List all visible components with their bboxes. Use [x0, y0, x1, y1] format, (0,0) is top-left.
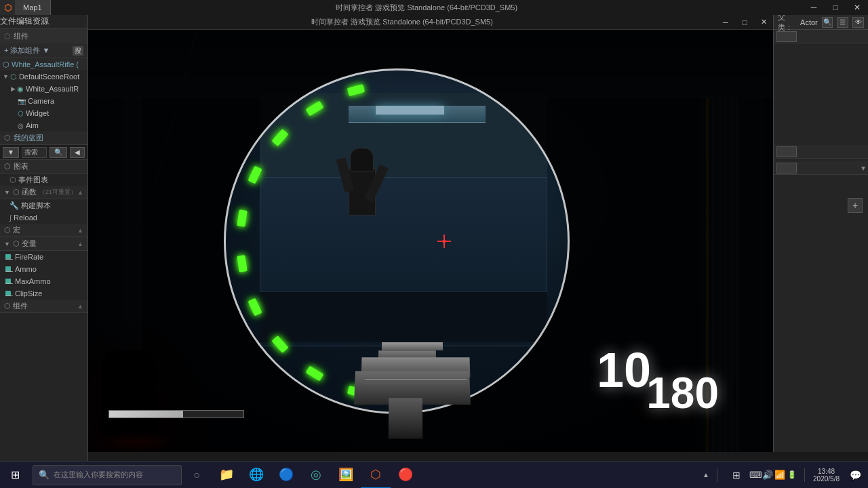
components-sub-section[interactable]: ⬡ 组件 ▲ [0, 300, 87, 313]
assault-icon: ◉ [17, 85, 24, 94]
build-icon: 🔧 [9, 201, 19, 210]
tree-item-assault-r[interactable]: ▶ ◉ White_AssaultR [0, 83, 87, 95]
functions-section[interactable]: ▼ ⬡ 函数 （21可重置） ▲ [0, 186, 87, 199]
bp-search-btn[interactable]: 🔍 [50, 147, 67, 158]
clipsize-label: ClipSize [15, 289, 42, 298]
eye-btn[interactable]: 👁 [852, 17, 864, 28]
components-sub-collapse[interactable]: ▲ [77, 303, 83, 310]
functions-label: 函数 [22, 187, 37, 197]
func-reload-item[interactable]: ∫ Reload [0, 211, 87, 224]
tree-item-rifle[interactable]: ⬡ White_AssaultRifle ( [0, 58, 87, 70]
taskbar-app-ue4[interactable]: ⬡ [361, 462, 391, 489]
var-clipsize[interactable]: — ClipSize [0, 287, 87, 300]
keyboard-icon: ⌨ [750, 470, 761, 481]
crosshair-dot [443, 240, 446, 243]
event-diagram-item[interactable]: ⬡ 事件图表 [0, 174, 87, 186]
battery-icon: 🔋 [787, 470, 797, 481]
toggle-2[interactable] [776, 146, 797, 157]
tray-show-btn[interactable]: ▲ [698, 462, 714, 489]
event-diagram-label: 事件图表 [18, 175, 48, 185]
taskbar-clock[interactable]: 13:48 2020/5/8 [808, 468, 845, 483]
game-viewport[interactable]: 时间掌控者 游戏预览 Standalone (64-bit/PCD3D_SM5)… [88, 15, 773, 452]
editor-maximize-btn[interactable]: □ [825, 0, 846, 15]
game-win-title: 时间掌控者 游戏预览 Standalone (64-bit/PCD3D_SM5) [88, 17, 716, 27]
tree-item-camera[interactable]: 📷 Camera [0, 95, 87, 107]
taskbar-app-4[interactable]: ◎ [301, 462, 331, 489]
my-blueprints-label: ⬡ 我的蓝图 [0, 131, 87, 145]
add-btn[interactable]: + [848, 198, 863, 213]
ue-logo-icon: ⬡ [0, 0, 15, 15]
ie-icon: 🔵 [279, 467, 294, 482]
game-minimize-btn[interactable]: ─ [716, 15, 735, 30]
right-panel-header: 父类： Actor 🔍 ☰ 👁 [774, 15, 868, 30]
toggle-3[interactable] [776, 163, 797, 174]
var-firerate[interactable]: — FireRate [0, 251, 87, 263]
blueprints-icon: ⬡ [4, 134, 11, 142]
crosshair [437, 235, 451, 248]
taskbar-app-ie[interactable]: 🔵 [271, 462, 301, 489]
notification-btn[interactable]: 💬 [845, 462, 865, 489]
rifle-icon: ⬡ [3, 60, 9, 69]
components-label: 组件 [14, 31, 28, 41]
list-view-btn[interactable]: ☰ [837, 17, 848, 28]
firerate-label: FireRate [15, 253, 43, 261]
network-icon[interactable]: 📶 [774, 470, 785, 481]
functions-collapse-btn[interactable]: ▲ [77, 189, 83, 196]
ammo-color: — [5, 266, 11, 272]
var-ammo[interactable]: — Ammo [0, 263, 87, 275]
event-diagram-icon: ⬡ [9, 176, 16, 184]
bp-search-field[interactable]: 搜索 [22, 147, 47, 158]
menu-resources[interactable]: 资源 [33, 16, 49, 27]
bp-arrow-btn[interactable]: ◀ [70, 147, 85, 158]
components-header[interactable]: ⬡ 组件 [0, 28, 87, 43]
editor-window-title: 时间掌控者 游戏预览 Standalone (64-bit/PCD3D_SM5) [51, 3, 803, 13]
editor-close-btn[interactable]: ✕ [846, 0, 868, 15]
cortana-btn[interactable]: ○ [184, 462, 209, 489]
explorer-icon: 📁 [219, 467, 234, 482]
hud-ammo-total: 180 [646, 368, 719, 418]
macros-collapse-btn[interactable]: ▲ [77, 227, 83, 234]
menu-file[interactable]: 文件 [0, 16, 16, 27]
functions-badge: （21可重置） [39, 188, 77, 197]
taskbar-app-5[interactable]: 🖼️ [331, 462, 361, 489]
menu-edit[interactable]: 编辑 [16, 16, 33, 27]
chevron-down-icon[interactable]: ▾ [861, 163, 865, 173]
health-bar-container [108, 410, 244, 418]
editor-minimize-btn[interactable]: ─ [803, 0, 825, 15]
taskbar-app-7[interactable]: 🔴 [391, 462, 420, 489]
diagram-icon: ⬡ [4, 162, 11, 171]
macros-section[interactable]: ⬡ 宏 ▲ [0, 224, 87, 237]
taskbar-app-explorer[interactable]: 📁 [212, 462, 241, 489]
tree-item-widget[interactable]: ⬡ Widget [0, 107, 87, 119]
func-build-item[interactable]: 🔧 构建脚本 [0, 199, 87, 211]
maxammo-color: — [5, 279, 11, 284]
tree-item-aim[interactable]: ◎ Aim [0, 119, 87, 131]
game-close-btn[interactable]: ✕ [754, 15, 773, 30]
speaker-icon[interactable]: 🔊 [762, 470, 773, 481]
diagram-section[interactable]: ⬡ 图表 [0, 160, 87, 174]
macros-label: 宏 [13, 225, 20, 235]
map-tab[interactable]: Map1 [15, 0, 51, 15]
game-maximize-btn[interactable]: □ [735, 15, 754, 30]
vars-collapse-btn[interactable]: ▲ [77, 241, 83, 247]
var-maxammo[interactable]: — MaxAmmo [0, 275, 87, 287]
add-component-btn[interactable]: + 添加组件 ▼ 搜 [0, 43, 87, 58]
taskbar-search-bar[interactable]: 🔍 在这里输入你要搜索的内容 [33, 465, 182, 485]
taskbar: ⊞ 🔍 在这里输入你要搜索的内容 ○ 📁 🌐 🔵 ◎ 🖼️ ⬡ [0, 461, 868, 488]
expand-icon-2: ▶ [11, 85, 16, 92]
taskbar-app-edge[interactable]: 🌐 [241, 462, 271, 489]
game-scene: 10 180 [88, 30, 773, 452]
taskbar-search-text: 在这里输入你要搜索的内容 [54, 470, 143, 480]
tree-item-scene-root[interactable]: ▼ ⬡ DefaultSceneRoot [0, 70, 87, 83]
search-right-btn[interactable]: 🔍 [822, 17, 833, 28]
aim-icon: ◎ [18, 122, 24, 129]
start-button[interactable]: ⊞ [0, 462, 30, 489]
taskbar-apps: 📁 🌐 🔵 ◎ 🖼️ ⬡ 🔴 [212, 462, 420, 489]
toggle-1[interactable] [776, 31, 797, 42]
rifle-label: White_AssaultRifle ( [12, 60, 79, 68]
bp-dropdown-btn[interactable]: ▼ [3, 147, 19, 158]
app5-icon: 🖼️ [338, 467, 353, 482]
win-grid-btn[interactable]: ⊞ [724, 462, 749, 489]
vars-section[interactable]: ▼ ⬡ 变量 ▲ [0, 237, 87, 251]
left-panel: 文件 编辑 资源 ⬡ 组件 + 添加组件 ▼ 搜 ⬡ White_Assault… [0, 15, 88, 461]
